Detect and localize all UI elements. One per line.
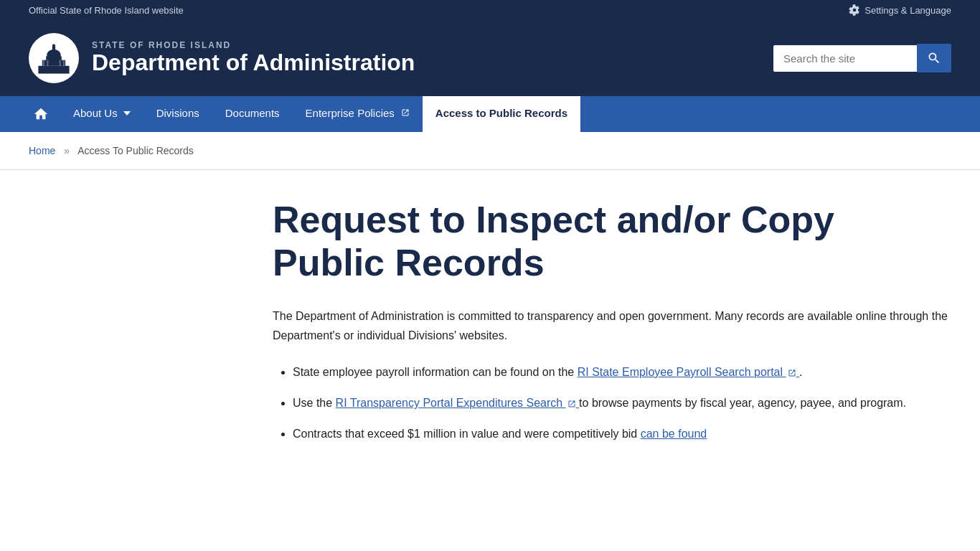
nav-home-button[interactable] [22,96,60,132]
breadcrumb-home-link[interactable]: Home [29,145,55,156]
settings-language-button[interactable]: Settings & Language [849,4,951,16]
capitol-building-icon [34,39,73,77]
search-icon [927,51,941,65]
home-icon [33,106,49,122]
state-name: STATE OF RHODE ISLAND [92,40,415,50]
ri-payroll-link[interactable]: RI State Employee Payroll Search portal [578,366,799,378]
bullet-text-before: Use the [293,397,336,409]
search-box [773,44,951,72]
nav-divisions[interactable]: Divisions [143,96,212,132]
svg-rect-1 [42,60,65,66]
external-link-icon [567,400,576,408]
list-item: State employee payroll information can b… [293,362,951,382]
svg-rect-8 [60,60,61,66]
nav-documents[interactable]: Documents [212,96,293,132]
nav-bar: About Us Divisions Documents Enterprise … [0,96,980,132]
chevron-down-icon [123,111,131,116]
svg-rect-0 [38,66,69,74]
page-intro: The Department of Administration is comm… [273,306,951,345]
bullet-text-after: to browse payments by fiscal year, agenc… [579,397,906,409]
nav-about-us[interactable]: About Us [60,96,143,132]
bullet-list: State employee payroll information can b… [273,362,951,444]
main-content: Request to Inspect and/or Copy Public Re… [0,170,980,484]
bullet-text-after: . [799,366,802,378]
header: STATE OF RHODE ISLAND Department of Admi… [0,20,980,96]
page-heading: Request to Inspect and/or Copy Public Re… [273,199,951,285]
list-item: Use the RI Transparency Portal Expenditu… [293,393,951,413]
svg-rect-9 [63,60,65,66]
external-link-icon [401,108,410,117]
svg-rect-7 [47,60,48,66]
list-item: Contracts that exceed $1 million in valu… [293,424,951,443]
ri-transparency-link[interactable]: RI Transparency Portal Expenditures Sear… [336,397,580,409]
settings-language-label: Settings & Language [864,5,951,16]
svg-point-5 [52,44,55,47]
svg-rect-4 [52,47,55,55]
official-text: Official State of Rhode Island website [29,5,184,16]
breadcrumb: Home » Access To Public Records [0,132,980,170]
gear-icon [849,4,860,16]
state-logo [29,33,79,83]
top-bar: Official State of Rhode Island website S… [0,0,980,20]
nav-access-public-records[interactable]: Access to Public Records [423,96,580,132]
svg-rect-6 [43,60,44,66]
search-input[interactable] [773,45,917,72]
nav-enterprise-policies[interactable]: Enterprise Policies [293,96,423,132]
bullet-text-before: State employee payroll information can b… [293,366,578,378]
contracts-link[interactable]: can be found [641,428,707,440]
external-link-icon [788,369,796,377]
bullet-text-before: Contracts that exceed $1 million in valu… [293,428,641,440]
breadcrumb-separator: » [64,145,70,156]
dept-name: Department of Administration [92,50,415,75]
breadcrumb-current: Access To Public Records [77,145,194,156]
header-branding: STATE OF RHODE ISLAND Department of Admi… [29,33,415,83]
search-button[interactable] [917,44,951,72]
header-title: STATE OF RHODE ISLAND Department of Admi… [92,40,415,75]
